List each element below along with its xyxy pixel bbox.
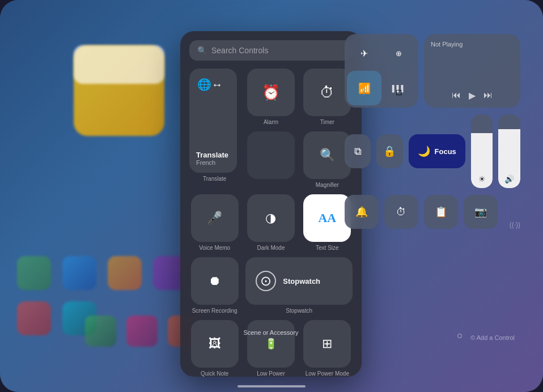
alarm-bell-btn[interactable]: 🔔 — [345, 195, 379, 229]
voicememo-btn[interactable]: 🎤 — [191, 194, 239, 242]
slider-visual — [247, 131, 295, 179]
magnifier-label: Magnifier — [316, 181, 339, 189]
stopwatch-btn[interactable]: ⊙ Stopwatch — [245, 257, 353, 305]
rotation-lock-icon: 🔒 — [383, 145, 396, 157]
alarm-bell-icon: 🔔 — [355, 206, 368, 218]
stopwatch-icon: ⊙ — [256, 271, 276, 291]
cc-row-3: 🔔 ⏱ 📋 📷 — [345, 195, 520, 229]
stopwatch-control[interactable]: ⊙ Stopwatch Stopwatch — [245, 257, 353, 314]
timer-label: Timer — [320, 118, 334, 126]
home-indicator — [237, 385, 306, 387]
voicememo-control[interactable]: 🎤 Voice Memo — [189, 194, 240, 252]
now-playing-widget: Not Playing ⏮ ▶ ⏭ — [424, 34, 520, 108]
search-placeholder: Search Controls — [211, 46, 268, 55]
bottom-cluster: ᛒ ◻ — [347, 78, 416, 105]
notes-icon: 📋 — [435, 206, 447, 218]
scancode-control[interactable]: ⊞ Low Power Mode — [302, 320, 353, 377]
lowpower-control[interactable]: 🔋 Low PowerMode — [245, 320, 296, 377]
lowpower-btn[interactable]: 🔋 — [247, 320, 295, 368]
textsize-btn[interactable]: AA — [303, 194, 351, 242]
camera-icon: 📷 — [474, 206, 487, 218]
connectivity-cluster: ✈ ⊕ 📶 ▌▌▌ ᛒ — [345, 34, 418, 108]
focus-btn[interactable]: 🌙 Focus — [409, 134, 465, 168]
search-bar[interactable]: 🔍 Search Controls — [189, 40, 353, 61]
add-circle-icon — [457, 334, 462, 338]
now-playing-title: Not Playing — [431, 41, 514, 48]
scancode-icon: ⊞ — [322, 336, 332, 351]
focus-label: Focus — [435, 147, 456, 156]
scancode-btn[interactable]: ⊞ — [303, 320, 351, 368]
lowpower-icon: 🔋 — [265, 338, 277, 350]
timer-icon: ⏱ — [320, 84, 334, 101]
alarm-control[interactable]: ⏰ Alarm — [245, 69, 296, 126]
cc-row-2: ⧉ 🔒 🌙 Focus ☀ 🔊 — [345, 114, 520, 188]
airplane-btn[interactable]: ✈ — [347, 36, 381, 71]
brightness-icon: ☀ — [478, 174, 486, 184]
translate-icon: 🌐↔️ — [197, 78, 223, 91]
screenrec-icon: ⏺ — [209, 274, 221, 288]
darkmode-control[interactable]: ◑ Dark Mode — [245, 194, 296, 252]
screen-time-icon: ⏱ — [396, 206, 406, 218]
control-center: ✈ ⊕ 📶 ▌▌▌ ᛒ — [345, 34, 520, 229]
stopwatch-name: Stopwatch — [283, 277, 320, 286]
quicknote-label: Quick Note — [201, 370, 228, 377]
next-btn[interactable]: ⏭ — [483, 90, 493, 101]
controls-grid: 🌐↔️ Translate French Translate ⏰ Alarm — [189, 69, 353, 377]
magnifier-btn[interactable]: 🔍 — [303, 131, 351, 179]
lowpower-label: Low PowerMode — [257, 370, 285, 377]
translate-label: Translate — [189, 175, 240, 182]
add-control-text: © Add a Control — [470, 334, 515, 341]
slider-placeholder — [245, 131, 296, 189]
scancode-label: Low Power Mode — [306, 370, 349, 377]
airdrop-icon: ⊕ — [396, 49, 402, 58]
notes-btn[interactable]: 📋 — [424, 195, 458, 229]
volume-icon: 🔊 — [504, 174, 514, 184]
bluetooth-icon: ᛒ — [362, 87, 367, 97]
bluetooth-btn[interactable]: ᛒ — [347, 78, 381, 105]
translate-name: Translate — [196, 151, 228, 159]
cc-row-1: ✈ ⊕ 📶 ▌▌▌ ᛒ — [345, 34, 520, 108]
stopwatch-label: Stopwatch — [286, 307, 312, 314]
darkmode-icon: ◑ — [265, 211, 276, 225]
screenlock-btn[interactable]: ◻ — [381, 78, 416, 105]
search-icon: 🔍 — [197, 46, 207, 55]
music-note-icon: ♪ — [516, 170, 520, 179]
focus-icon: 🌙 — [418, 145, 430, 157]
screenmirror-cc-btn[interactable]: ⧉ — [345, 134, 371, 168]
airdrop-btn[interactable]: ⊕ — [381, 36, 416, 71]
darkmode-label: Dark Mode — [257, 244, 285, 252]
alarm-icon: ⏰ — [262, 84, 280, 101]
quicknote-btn[interactable]: 🖼 — [191, 320, 239, 368]
voicememo-label: Voice Memo — [199, 244, 230, 252]
rotation-lock-btn[interactable]: 🔒 — [376, 134, 402, 168]
prev-btn[interactable]: ⏮ — [452, 90, 461, 101]
wifi-signal-icon: ((·)) — [510, 221, 520, 229]
play-btn[interactable]: ▶ — [469, 90, 476, 101]
magnifier-icon: 🔍 — [320, 148, 335, 163]
quicknote-control[interactable]: 🖼 Quick Note — [189, 320, 240, 377]
alarm-btn[interactable]: ⏰ — [247, 69, 295, 116]
ipad-frame: 🔍 Search Controls 🌐↔️ Translate French T… — [0, 0, 543, 392]
quicknote-icon: 🖼 — [209, 336, 221, 351]
translate-lang: French — [196, 159, 228, 166]
camera-btn[interactable]: 📷 — [464, 195, 498, 229]
search-controls-panel: 🔍 Search Controls 🌐↔️ Translate French T… — [180, 31, 362, 377]
voicememo-icon: 🎤 — [207, 211, 222, 225]
darkmode-btn[interactable]: ◑ — [247, 194, 295, 242]
timer-btn[interactable]: ⏱ — [303, 69, 351, 116]
screenrec-btn[interactable]: ⏺ — [191, 257, 239, 305]
bg-widget-white — [74, 45, 164, 84]
screen-time-btn[interactable]: ⏱ — [384, 195, 418, 229]
alarm-label: Alarm — [264, 118, 278, 126]
screenrec-label: Screen Recording — [192, 307, 237, 314]
translate-btn[interactable]: 🌐↔️ Translate French — [189, 69, 237, 173]
brightness-slider[interactable]: ☀ — [471, 114, 493, 188]
translate-control[interactable]: 🌐↔️ Translate French Translate — [189, 69, 240, 189]
playback-controls: ⏮ ▶ ⏭ — [431, 90, 514, 101]
textsize-label: Text Size — [316, 244, 339, 252]
airplane-icon: ✈ — [360, 48, 368, 59]
screenlock-icon: ◻ — [396, 87, 402, 96]
screenrec-control[interactable]: ⏺ Screen Recording — [189, 257, 240, 314]
textsize-icon: AA — [318, 211, 336, 225]
screenmirror-cc-icon: ⧉ — [354, 146, 362, 157]
